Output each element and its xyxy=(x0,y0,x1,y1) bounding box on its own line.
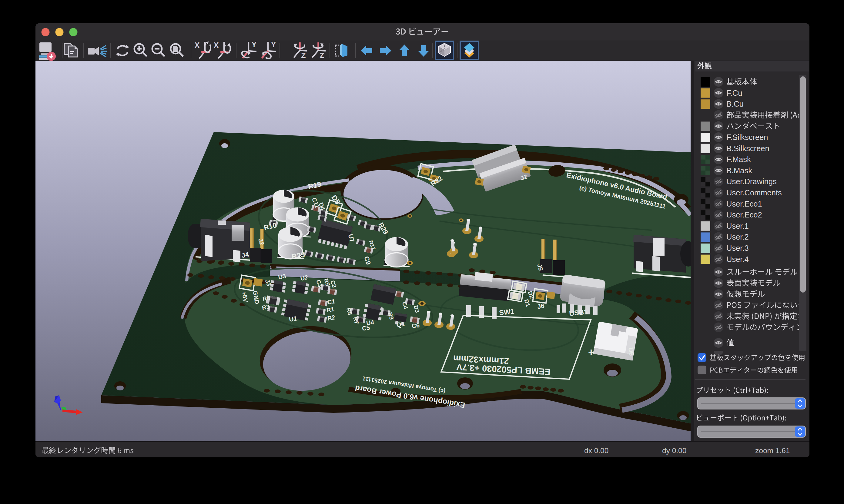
svg-text:User.1: User.1 xyxy=(726,222,749,230)
svg-text:B.Cu: B.Cu xyxy=(726,100,744,108)
svg-text:dy 0.00: dy 0.00 xyxy=(662,447,686,455)
svg-text:dx 0.00: dx 0.00 xyxy=(584,447,608,455)
svg-text:F.Cu: F.Cu xyxy=(726,89,742,97)
svg-text:Z: Z xyxy=(320,51,324,60)
svg-text:X: X xyxy=(214,41,219,49)
svg-text:User.Eco1: User.Eco1 xyxy=(726,200,762,208)
svg-text:B.Mask: B.Mask xyxy=(726,166,752,175)
svg-text:F.Mask: F.Mask xyxy=(726,155,751,164)
svg-text:F.Silkscreen: F.Silkscreen xyxy=(726,133,768,141)
svg-text:User.2: User.2 xyxy=(726,233,749,241)
svg-text:Y: Y xyxy=(252,40,257,49)
svg-text:Y: Y xyxy=(271,40,276,49)
svg-text:X: X xyxy=(195,41,200,49)
svg-text:User.Drawings: User.Drawings xyxy=(726,177,777,186)
svg-text:zoom 1.61: zoom 1.61 xyxy=(755,447,790,455)
svg-text:User.Eco2: User.Eco2 xyxy=(726,211,762,219)
svg-text:B.Silkscreen: B.Silkscreen xyxy=(726,144,770,152)
svg-text:User.3: User.3 xyxy=(726,244,749,252)
svg-text:User.4: User.4 xyxy=(726,255,749,264)
svg-text:User.Comments: User.Comments xyxy=(726,188,782,197)
svg-text:Z: Z xyxy=(301,51,306,60)
